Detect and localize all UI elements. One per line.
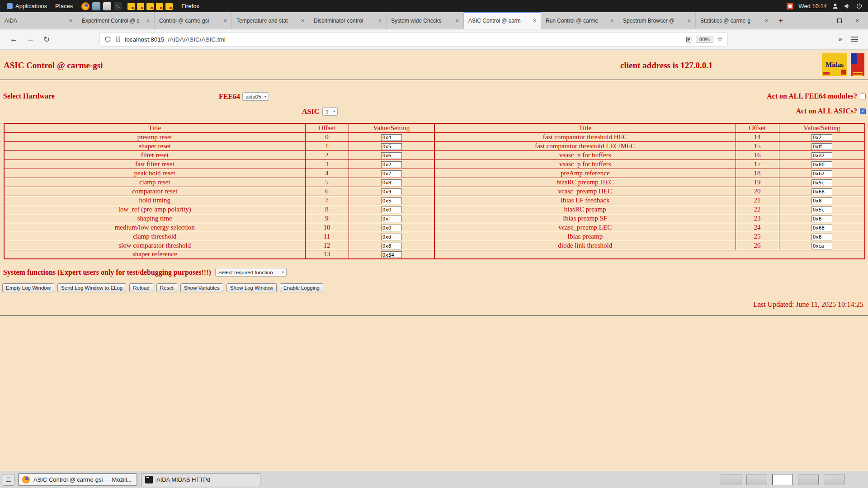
tab-close-icon[interactable]: ×	[687, 17, 691, 24]
tab-close-icon[interactable]: ×	[301, 17, 304, 24]
midas-app-icon[interactable]	[165, 3, 173, 10]
enable-logging-button[interactable]: Enable Logging	[280, 283, 323, 292]
workspace-box[interactable]	[798, 474, 819, 485]
browser-tab-statistics-carme-g[interactable]: Statistics @ carme-g×	[696, 12, 773, 29]
show-log-window-button[interactable]: Show Log Window	[226, 283, 277, 292]
firefox-icon[interactable]	[81, 2, 90, 10]
param-title-cell: low_ref (pre-amp polarity)	[4, 205, 305, 214]
reload-page-button[interactable]: Reload	[129, 283, 153, 292]
param-value-input[interactable]	[811, 143, 832, 150]
param-value-input[interactable]	[811, 170, 832, 177]
param-value-input[interactable]	[811, 216, 832, 222]
browser-tab-aida[interactable]: AIDA×	[0, 12, 77, 29]
clock[interactable]: Wed 10:14	[798, 3, 827, 9]
act-all-fee64-checkbox[interactable]	[860, 94, 866, 99]
tab-close-icon[interactable]: ×	[69, 17, 72, 24]
zoom-indicator[interactable]: 80%	[696, 36, 713, 43]
param-value-input[interactable]	[381, 179, 402, 186]
param-value-input[interactable]	[381, 134, 402, 141]
person-icon[interactable]	[832, 3, 839, 9]
close-button[interactable]: ×	[855, 17, 859, 24]
param-value-input[interactable]	[381, 161, 402, 168]
tab-close-icon[interactable]: ×	[223, 17, 227, 24]
back-button[interactable]: ←	[5, 35, 22, 44]
taskbar-window-terminal[interactable]: AIDA MIDAS HTTPd	[141, 473, 260, 486]
param-value-input[interactable]	[381, 143, 402, 150]
param-value-input[interactable]	[811, 161, 832, 168]
param-value-input[interactable]	[381, 243, 402, 249]
files-icon[interactable]	[92, 2, 100, 10]
tab-close-icon[interactable]: ×	[378, 17, 382, 24]
param-value-input[interactable]	[811, 206, 832, 213]
menu-button[interactable]	[847, 35, 863, 44]
maximize-button[interactable]	[837, 19, 842, 23]
browser-tab-discriminator-control[interactable]: Discriminator control×	[309, 12, 387, 29]
reset-button[interactable]: Reset	[156, 283, 177, 292]
param-value-input[interactable]	[381, 152, 402, 159]
browser-tab-run-control-carme[interactable]: Run Control @ carme×	[541, 12, 618, 29]
browser-tab-asic-control-carm[interactable]: ASIC Control @ carm×	[464, 12, 541, 29]
reader-mode-icon[interactable]	[685, 36, 692, 43]
places-menu[interactable]: Places	[51, 0, 77, 12]
browser-tab-experiment-control-c[interactable]: Experiment Control @ c×	[77, 12, 155, 29]
param-value-input[interactable]	[381, 188, 402, 195]
param-value-input[interactable]	[381, 251, 402, 258]
param-value-input[interactable]	[811, 188, 832, 195]
show-desktop-button[interactable]	[3, 474, 14, 486]
overflow-menu-icon[interactable]: »	[834, 35, 847, 43]
param-value-input[interactable]	[381, 225, 402, 231]
bookmark-star-icon[interactable]: ☆	[717, 35, 723, 43]
terminal-icon[interactable]	[114, 2, 122, 10]
midas-app-icon[interactable]	[156, 3, 163, 10]
param-value-input[interactable]	[381, 206, 402, 213]
new-tab-button[interactable]: +	[773, 12, 788, 29]
divider	[0, 315, 868, 316]
act-all-asics-checkbox[interactable]	[860, 108, 866, 114]
fee64-select[interactable]: aida05 ▾	[242, 92, 269, 101]
param-value-input[interactable]	[811, 225, 832, 231]
param-value-input[interactable]	[811, 243, 832, 249]
param-value-input[interactable]	[811, 134, 832, 141]
asic-select[interactable]: 1 ▾	[322, 107, 338, 116]
tab-close-icon[interactable]: ×	[610, 17, 613, 24]
param-value-input[interactable]	[381, 170, 402, 177]
tab-close-icon[interactable]: ×	[533, 17, 536, 24]
system-functions-select[interactable]: Select required function ▾	[215, 268, 287, 277]
param-value-input[interactable]	[811, 179, 832, 186]
midas-app-icon[interactable]	[146, 3, 154, 10]
browser-tab-temperature-and-stat[interactable]: Temperature and stat×	[232, 12, 309, 29]
page-info-icon[interactable]	[115, 36, 121, 42]
tab-close-icon[interactable]: ×	[146, 17, 150, 24]
reload-button[interactable]: ↻	[39, 35, 54, 44]
param-value-input[interactable]	[381, 234, 402, 240]
param-value-input[interactable]	[381, 197, 402, 204]
power-icon[interactable]	[856, 3, 863, 9]
empty-log-window-button[interactable]: Empty Log Window	[2, 283, 54, 292]
shield-icon[interactable]	[104, 36, 111, 43]
show-variables-button[interactable]: Show Variables	[180, 283, 223, 292]
browser-tab-spectrum-browser[interactable]: Spectrum Browser @×	[618, 12, 696, 29]
editor-icon[interactable]	[103, 2, 111, 10]
volume-icon[interactable]	[844, 3, 851, 9]
workspace-box[interactable]	[721, 474, 741, 485]
forward-button[interactable]: →	[22, 35, 39, 44]
taskbar-window-firefox[interactable]: ASIC Control @ carme-gsi — Mozill...	[18, 473, 137, 486]
workspace-box[interactable]	[772, 474, 793, 485]
midas-app-icon[interactable]	[127, 3, 135, 10]
url-bar[interactable]: localhost:8015 /AIDA/ASIC/ASIC.tml 80% ☆	[99, 33, 728, 47]
tab-close-icon[interactable]: ×	[455, 17, 459, 24]
param-value-input[interactable]	[811, 152, 832, 159]
browser-tab-system-wide-checks[interactable]: System wide Checks×	[387, 12, 464, 29]
param-value-input[interactable]	[811, 234, 832, 240]
minimize-button[interactable]: –	[821, 17, 824, 24]
browser-tab-control-carme-gsi[interactable]: Control @ carme-gsi×	[155, 12, 232, 29]
param-value-input[interactable]	[811, 197, 832, 204]
tab-close-icon[interactable]: ×	[764, 17, 768, 24]
workspace-box[interactable]	[824, 474, 844, 485]
workspace-box[interactable]	[746, 474, 767, 485]
param-value-input[interactable]	[381, 216, 402, 222]
applications-menu[interactable]: Applications	[3, 0, 51, 12]
notification-icon[interactable]	[787, 3, 793, 9]
send-log-window-elog-button[interactable]: Send Log Window to ELog	[57, 283, 126, 292]
midas-app-icon[interactable]	[137, 3, 144, 10]
